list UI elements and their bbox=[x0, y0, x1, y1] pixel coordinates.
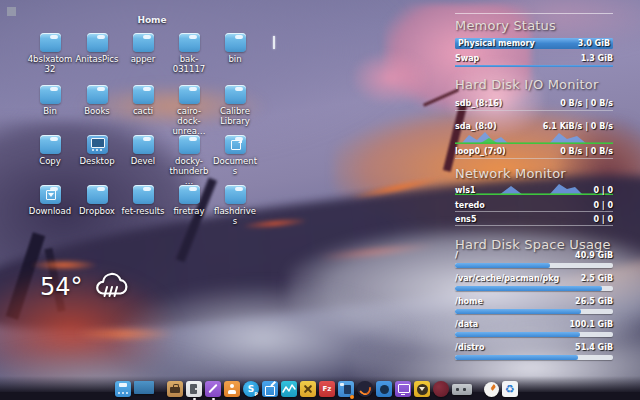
filezilla-icon[interactable]: Fz bbox=[319, 381, 335, 397]
skype-letter: S bbox=[248, 384, 254, 394]
firefox-dark-icon[interactable] bbox=[357, 381, 373, 397]
desktop-icon-apper[interactable]: apper bbox=[120, 33, 166, 64]
activity-monitor-icon[interactable] bbox=[281, 381, 297, 397]
fs-row-home: /home 26.5 GiB bbox=[455, 297, 613, 306]
icon-label: Dropbox bbox=[74, 206, 120, 216]
trash-recycle-icon[interactable]: ♻ bbox=[502, 381, 518, 397]
fs-label: /data bbox=[455, 320, 478, 329]
dock: SP Fz ♻ bbox=[115, 381, 518, 397]
folder-icon bbox=[87, 185, 108, 204]
power-disc-icon[interactable] bbox=[414, 381, 430, 397]
fs-value: 2.5 GiB bbox=[581, 274, 613, 283]
briefcase-icon[interactable] bbox=[167, 381, 183, 397]
fs-value: 40.9 GiB bbox=[575, 251, 613, 260]
icon-label: Desktop bbox=[74, 156, 120, 166]
desktop-icon-cairo-dock[interactable]: cairo-dock-unrea… bbox=[166, 85, 212, 137]
fs-row-distro: /distro 51.4 GiB bbox=[455, 343, 613, 352]
net-row-wls1: wls1 0 | 0 bbox=[455, 186, 613, 195]
desktop-icon-bin-lower[interactable]: bin bbox=[212, 33, 258, 64]
desktop-icon-desktop[interactable]: Desktop bbox=[74, 135, 120, 166]
clock-icon[interactable] bbox=[484, 382, 499, 397]
net-if-label: ens5 bbox=[455, 215, 476, 224]
fs-bar-root bbox=[455, 263, 613, 268]
multiload-panel-icon[interactable] bbox=[452, 384, 472, 395]
desktop-icon-download[interactable]: Download bbox=[27, 185, 73, 216]
desktop-icon-firetray[interactable]: firetray bbox=[166, 185, 212, 216]
desktop-icon-documents[interactable]: Documents bbox=[212, 135, 258, 176]
disk-space-section-title: Hard Disk Space Usage bbox=[455, 237, 611, 252]
rain-cloud-icon bbox=[93, 272, 129, 302]
icon-label: apper bbox=[120, 54, 166, 64]
net-row-teredo: teredo 0 | 0 bbox=[455, 201, 613, 210]
icon-label: Devel bbox=[120, 156, 166, 166]
desktop-icon-anitaspics[interactable]: AnitasPics bbox=[74, 33, 120, 64]
folder-icon bbox=[133, 33, 154, 52]
pen-editor-icon[interactable] bbox=[205, 381, 221, 397]
icon-label: flashdrives bbox=[212, 206, 258, 226]
fs-label: / bbox=[455, 251, 458, 260]
icon-label: Download bbox=[27, 206, 73, 216]
fs-bar-data bbox=[455, 332, 613, 337]
io-row-sda: sda_(8:0) 6.1 KiB/s | 0 B/s bbox=[455, 122, 613, 131]
documents-folder-icon bbox=[225, 135, 246, 154]
net-if-label: wls1 bbox=[455, 186, 475, 195]
system-monitor-panel: Memory Status Physical memory 3.0 GiB Sw… bbox=[455, 13, 613, 365]
share-icon[interactable] bbox=[262, 381, 278, 397]
media-circle-icon[interactable] bbox=[433, 381, 449, 397]
icon-label: Books bbox=[74, 106, 120, 116]
folder-icon bbox=[179, 185, 200, 204]
folder-icon bbox=[40, 85, 61, 104]
desktop-icon-4bslxatom32[interactable]: 4bslxatom32 bbox=[27, 33, 73, 74]
desktop-icon-dropbox[interactable]: Dropbox bbox=[74, 185, 120, 216]
tools-icon[interactable] bbox=[300, 381, 316, 397]
desktop-icon-calibre-library[interactable]: Calibre Library bbox=[212, 85, 258, 126]
io-device-value: 6.1 KiB/s | 0 B/s bbox=[543, 122, 613, 131]
swap-row: Swap 1.3 GiB bbox=[455, 54, 613, 63]
icon-label: AnitasPics bbox=[74, 54, 120, 64]
skype-icon[interactable]: SP bbox=[243, 381, 259, 397]
folder-icon bbox=[40, 33, 61, 52]
desktop-icon-devel[interactable]: Devel bbox=[120, 135, 166, 166]
dock-home-icon[interactable] bbox=[115, 381, 131, 397]
folder-icon bbox=[133, 185, 154, 204]
reader-icon[interactable] bbox=[224, 381, 240, 397]
swap-label: Swap bbox=[455, 54, 479, 63]
icon-label: cacti bbox=[120, 106, 166, 116]
folder-icon bbox=[225, 33, 246, 52]
physical-memory-value: 3.0 GiB bbox=[578, 39, 610, 48]
desktop-icon-fet-results[interactable]: fet-results bbox=[120, 185, 166, 216]
fs-bar-distro bbox=[455, 355, 613, 360]
fs-bar-pacman bbox=[455, 286, 613, 291]
folder-icon bbox=[133, 135, 154, 154]
physical-memory-bar: Physical memory 3.0 GiB bbox=[455, 38, 613, 49]
logout-door-icon[interactable] bbox=[186, 381, 202, 397]
desktop-icon-bak[interactable]: bak-031117 bbox=[166, 33, 212, 74]
desktop-view-title: Home bbox=[127, 15, 177, 25]
folder-icon bbox=[87, 85, 108, 104]
folder-icon bbox=[225, 185, 246, 204]
desktop-icon-flashdrives[interactable]: flashdrives bbox=[212, 185, 258, 226]
desktop-icon-cacti[interactable]: cacti bbox=[120, 85, 166, 116]
folder-icon bbox=[179, 33, 200, 52]
desktop-icon-bin[interactable]: Bin bbox=[27, 85, 73, 116]
browser-circle-icon[interactable] bbox=[376, 381, 392, 397]
fs-bar-home bbox=[455, 309, 613, 314]
desktop-icon-copy[interactable]: Copy bbox=[27, 135, 73, 166]
folder-icon bbox=[87, 33, 108, 52]
fs-value: 26.5 GiB bbox=[575, 297, 613, 306]
icon-label: bak-031117 bbox=[166, 54, 212, 74]
desktop-icon-docky-thunderbird[interactable]: docky-thunderb… bbox=[166, 135, 212, 187]
fs-row-data: /data 100.1 GiB bbox=[455, 320, 613, 329]
icon-label: firetray bbox=[166, 206, 212, 216]
network-section-title: Network Monitor bbox=[455, 166, 566, 181]
icon-label: Documents bbox=[212, 156, 258, 176]
icon-label: 4bslxatom32 bbox=[27, 54, 73, 74]
io-row-sdb: sdb_(8:16) 0 B/s | 0 B/s bbox=[455, 99, 613, 108]
corner-widget bbox=[7, 7, 16, 16]
window-preview-icon[interactable] bbox=[134, 381, 154, 394]
fs-label: /var/cache/pacman/pkg bbox=[455, 274, 559, 283]
desktop-icon-books[interactable]: Books bbox=[74, 85, 120, 116]
net-row-ens5: ens5 0 | 0 bbox=[455, 215, 613, 224]
file-manager-icon[interactable] bbox=[338, 381, 354, 397]
display-settings-icon[interactable] bbox=[395, 381, 411, 397]
